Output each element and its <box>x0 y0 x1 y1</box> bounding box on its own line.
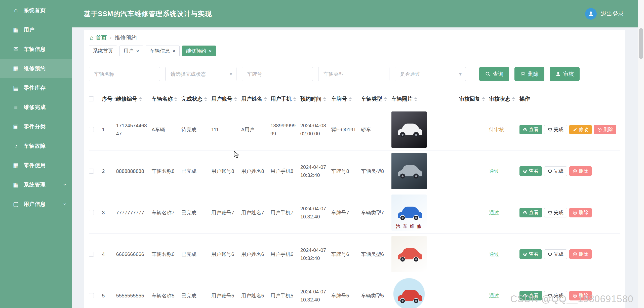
tab-repair-appointment[interactable]: 维修预约× <box>182 46 216 56</box>
sort-desc-icon[interactable] <box>139 100 142 101</box>
audit-button[interactable]: 审核 <box>550 67 580 81</box>
view-button[interactable]: 查看 <box>519 166 542 176</box>
sort-icons[interactable] <box>139 97 142 101</box>
pass-select[interactable]: 是否通过▾ <box>395 67 466 81</box>
finish-status-select[interactable]: 请选择完成状态▾ <box>165 67 236 81</box>
sort-icons[interactable] <box>264 97 267 101</box>
sidebar-item-parts-category[interactable]: ▣零件分类 <box>0 117 72 136</box>
finish-button[interactable]: 完成 <box>544 125 567 134</box>
sort-asc-icon[interactable] <box>349 97 352 99</box>
vehicle-type-input[interactable] <box>318 67 389 81</box>
sort-icons[interactable] <box>323 97 326 101</box>
sort-desc-icon[interactable] <box>414 100 417 101</box>
sort-desc-icon[interactable] <box>482 100 485 101</box>
breadcrumb-home[interactable]: ⌂ 首页 <box>90 34 107 42</box>
edit-button[interactable]: 修改 <box>569 125 592 134</box>
select-all-checkbox[interactable] <box>89 96 94 101</box>
sidebar-item-repair-complete[interactable]: ≡维修完成 <box>0 97 72 117</box>
row-checkbox[interactable] <box>89 127 94 132</box>
delete-button[interactable]: 删除 <box>569 166 592 176</box>
delete-button[interactable]: 删除 <box>569 291 592 300</box>
column-header-seq[interactable]: 序号 <box>102 89 116 109</box>
sort-asc-icon[interactable] <box>323 97 326 99</box>
sort-icons[interactable] <box>234 97 237 101</box>
search-button[interactable]: 查询 <box>479 67 509 81</box>
delete-button[interactable]: 删除 <box>569 208 592 217</box>
close-icon[interactable]: × <box>172 48 175 54</box>
sort-desc-icon[interactable] <box>323 100 326 101</box>
sort-asc-icon[interactable] <box>414 97 417 99</box>
sidebar-item-user[interactable]: ▦用户 <box>0 20 72 39</box>
sort-desc-icon[interactable] <box>264 100 267 101</box>
sidebar-item-vehicle-info[interactable]: ✉车辆信息 <box>0 39 72 59</box>
sidebar-item-repair-appointment[interactable]: ▦维修预约 <box>0 59 72 78</box>
sidebar-item-system-management[interactable]: ▦系统管理› <box>0 175 72 194</box>
sort-icons[interactable] <box>414 97 417 101</box>
sort-icons[interactable] <box>349 97 352 101</box>
delete-button[interactable]: 删除 <box>569 249 592 259</box>
column-header-audit_reply[interactable]: 审核回复 <box>459 89 489 109</box>
sort-asc-icon[interactable] <box>174 97 177 99</box>
view-button[interactable]: 查看 <box>519 125 542 134</box>
column-header-appoint_time[interactable]: 预约时间 <box>300 89 331 109</box>
sort-desc-icon[interactable] <box>204 100 207 101</box>
sort-asc-icon[interactable] <box>234 97 237 99</box>
column-header-photo[interactable]: 车辆照片 <box>391 89 459 109</box>
column-header-account[interactable]: 用户账号 <box>211 89 241 109</box>
sort-icons[interactable] <box>482 97 485 101</box>
avatar[interactable] <box>585 8 597 20</box>
sort-asc-icon[interactable] <box>264 97 267 99</box>
column-header-username[interactable]: 用户姓名 <box>241 89 270 109</box>
column-header-repair_no[interactable]: 维修编号 <box>116 89 152 109</box>
view-button[interactable]: 查看 <box>519 208 542 217</box>
tab-vehicle-info[interactable]: 车辆信息× <box>146 46 179 56</box>
sidebar-item-parts-usage[interactable]: ▦零件使用 <box>0 156 72 175</box>
column-header-vehicle_name[interactable]: 车辆名称 <box>151 89 181 109</box>
sort-icons[interactable] <box>512 97 515 101</box>
row-checkbox[interactable] <box>89 252 94 257</box>
logout-button[interactable]: 退出登录 <box>601 10 624 18</box>
sort-icons[interactable] <box>174 97 177 101</box>
sidebar-item-user-info[interactable]: ▢用户信息› <box>0 194 72 214</box>
close-icon[interactable]: × <box>136 48 139 54</box>
row-checkbox[interactable] <box>89 210 94 215</box>
sort-desc-icon[interactable] <box>384 100 387 101</box>
sort-icons[interactable] <box>293 97 296 101</box>
delete-button[interactable]: 删除 <box>514 67 544 81</box>
finish-button[interactable]: 完成 <box>544 166 567 176</box>
finish-button[interactable]: 完成 <box>544 291 567 300</box>
sort-asc-icon[interactable] <box>512 97 515 99</box>
column-header-finish_status[interactable]: 完成状态 <box>181 89 211 109</box>
sort-asc-icon[interactable] <box>384 97 387 99</box>
sort-asc-icon[interactable] <box>204 97 207 99</box>
delete-button[interactable]: 删除 <box>594 125 616 134</box>
column-header-plate_no[interactable]: 车牌号 <box>331 89 361 109</box>
scrollbar-thumb[interactable] <box>639 28 643 59</box>
finish-button[interactable]: 完成 <box>544 208 567 217</box>
sidebar-item-vehicle-fault[interactable]: ◔车辆故障 <box>0 136 72 156</box>
tab-home[interactable]: 系统首页 <box>89 46 117 56</box>
sort-desc-icon[interactable] <box>349 100 352 101</box>
row-checkbox[interactable] <box>89 293 94 298</box>
sort-asc-icon[interactable] <box>293 97 296 99</box>
sort-desc-icon[interactable] <box>174 100 177 101</box>
vertical-scrollbar[interactable] <box>638 0 644 308</box>
sort-desc-icon[interactable] <box>293 100 296 101</box>
tab-user[interactable]: 用户× <box>119 46 143 56</box>
sidebar-item-parts-inventory[interactable]: ▤零件库存 <box>0 78 72 97</box>
sort-icons[interactable] <box>204 97 207 101</box>
finish-button[interactable]: 完成 <box>544 249 567 259</box>
close-icon[interactable]: × <box>209 48 212 54</box>
view-button[interactable]: 查看 <box>519 249 542 259</box>
sort-icons[interactable] <box>384 97 387 101</box>
sidebar-item-system-home[interactable]: ⌂系统首页 <box>0 1 72 20</box>
column-header-vehicle_type[interactable]: 车辆类型 <box>361 89 391 109</box>
sort-asc-icon[interactable] <box>482 97 485 99</box>
column-header-phone[interactable]: 用户手机 <box>270 89 300 109</box>
sort-desc-icon[interactable] <box>234 100 237 101</box>
sort-desc-icon[interactable] <box>512 100 515 101</box>
row-checkbox[interactable] <box>89 169 94 174</box>
column-header-audit_status[interactable]: 审核状态 <box>489 89 519 109</box>
sort-asc-icon[interactable] <box>139 97 142 99</box>
vehicle-name-input[interactable] <box>89 67 160 81</box>
